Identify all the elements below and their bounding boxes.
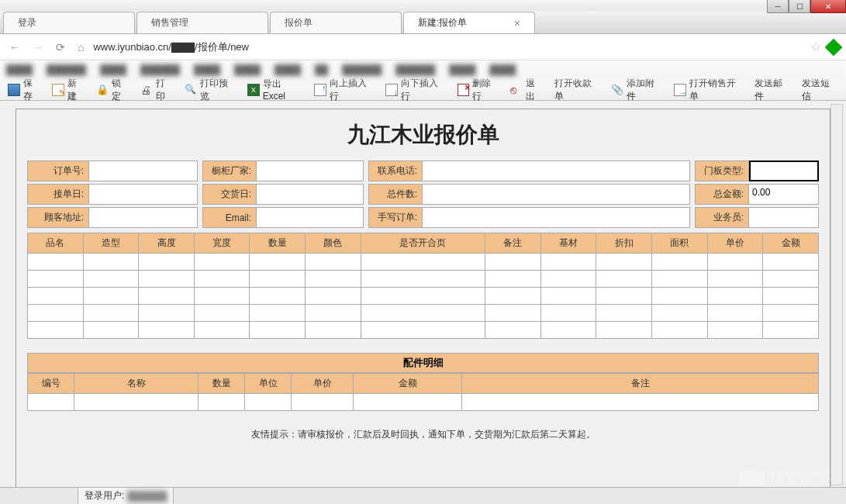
print-button[interactable]: 打印 (136, 75, 178, 105)
insert-row-above-button[interactable]: 向上插入行 (309, 75, 379, 105)
table-cell[interactable] (485, 288, 541, 305)
phone-field[interactable] (423, 161, 690, 181)
table-cell[interactable] (763, 254, 819, 271)
table-cell[interactable] (250, 254, 306, 271)
table-cell[interactable] (361, 322, 485, 339)
table-cell[interactable] (540, 254, 596, 271)
print-preview-button[interactable]: 打印预览 (180, 75, 241, 105)
table-cell[interactable] (707, 322, 763, 339)
table-cell[interactable] (652, 322, 708, 339)
table-cell[interactable] (250, 305, 306, 322)
tab-close-icon[interactable]: × (514, 18, 520, 29)
table-cell[interactable] (194, 254, 250, 271)
table-row[interactable] (28, 394, 819, 411)
table-cell[interactable] (74, 394, 199, 411)
table-cell[interactable] (250, 288, 306, 305)
table-cell[interactable] (250, 322, 306, 339)
window-close-button[interactable]: ✕ (810, 0, 846, 13)
table-cell[interactable] (83, 288, 139, 305)
table-cell[interactable] (83, 322, 139, 339)
table-cell[interactable] (361, 288, 485, 305)
table-cell[interactable] (28, 288, 84, 305)
table-cell[interactable] (361, 305, 485, 322)
table-cell[interactable] (485, 254, 541, 271)
total-qty-field[interactable] (423, 184, 690, 205)
table-cell[interactable] (139, 254, 195, 271)
table-cell[interactable] (306, 271, 361, 288)
send-sms-button[interactable]: 发送短信 (797, 75, 843, 105)
table-row[interactable] (28, 271, 819, 288)
table-cell[interactable] (652, 254, 708, 271)
table-cell[interactable] (28, 271, 84, 288)
insert-row-below-button[interactable]: 向下插入行 (381, 75, 451, 105)
delete-row-button[interactable]: 删除行 (453, 75, 505, 105)
table-row[interactable] (28, 254, 819, 271)
table-cell[interactable] (596, 305, 652, 322)
tab-sales-mgmt[interactable]: 销售管理 (136, 12, 268, 33)
export-excel-button[interactable]: 导出Excel (243, 76, 308, 103)
table-cell[interactable] (245, 394, 292, 411)
order-no-field[interactable] (89, 161, 198, 181)
table-cell[interactable] (763, 322, 819, 339)
table-cell[interactable] (306, 305, 361, 322)
customer-addr-field[interactable] (89, 207, 198, 228)
back-icon[interactable]: ← (6, 40, 23, 55)
table-cell[interactable] (139, 271, 195, 288)
table-cell[interactable] (194, 288, 250, 305)
table-cell[interactable] (652, 271, 708, 288)
forward-icon[interactable]: → (29, 40, 47, 55)
table-cell[interactable] (540, 288, 596, 305)
send-mail-button[interactable]: 发送邮件 (750, 75, 796, 105)
extension-icon[interactable] (825, 38, 843, 56)
tab-login[interactable]: 登录 (3, 12, 135, 33)
window-minimize-button[interactable]: ─ (767, 0, 789, 13)
table-cell[interactable] (361, 254, 485, 271)
table-cell[interactable] (707, 271, 763, 288)
table-cell[interactable] (540, 322, 596, 339)
table-cell[interactable] (354, 394, 462, 411)
open-sales-button[interactable]: 打开销售开单 (669, 75, 748, 105)
reload-icon[interactable]: ⟳ (53, 40, 68, 55)
save-button[interactable]: 保存 (3, 75, 46, 105)
address-input[interactable] (93, 41, 804, 53)
bookmark-star-icon[interactable]: ☆ (810, 40, 821, 54)
table-cell[interactable] (763, 305, 819, 322)
exit-button[interactable]: 退出 (506, 75, 548, 105)
table-cell[interactable] (83, 254, 139, 271)
recv-date-field[interactable] (89, 184, 198, 205)
table-cell[interactable] (199, 394, 245, 411)
handwrite-field[interactable] (423, 207, 690, 228)
lock-button[interactable]: 锁定 (92, 75, 134, 105)
table-cell[interactable] (250, 271, 306, 288)
table-cell[interactable] (361, 271, 485, 288)
table-cell[interactable] (194, 271, 250, 288)
table-row[interactable] (28, 305, 819, 322)
salesperson-field[interactable] (749, 207, 819, 228)
table-cell[interactable] (139, 305, 195, 322)
table-cell[interactable] (462, 394, 819, 411)
table-cell[interactable] (763, 288, 819, 305)
open-receipt-button[interactable]: 打开收款单 (550, 75, 605, 105)
table-cell[interactable] (652, 288, 708, 305)
table-cell[interactable] (596, 322, 652, 339)
tab-new-quote[interactable]: 新建:报价单 × (403, 12, 535, 33)
table-cell[interactable] (28, 254, 84, 271)
table-cell[interactable] (540, 305, 596, 322)
table-cell[interactable] (707, 305, 763, 322)
table-cell[interactable] (763, 271, 819, 288)
email-field[interactable] (257, 207, 364, 228)
add-attachment-button[interactable]: 添加附件 (606, 75, 668, 105)
table-cell[interactable] (28, 305, 84, 322)
table-cell[interactable] (306, 288, 361, 305)
table-row[interactable] (28, 288, 819, 305)
table-cell[interactable] (28, 322, 84, 339)
table-cell[interactable] (485, 271, 541, 288)
tab-quote[interactable]: 报价单 (270, 12, 402, 33)
panel-type-field[interactable] (749, 161, 819, 181)
table-cell[interactable] (707, 254, 763, 271)
table-cell[interactable] (485, 322, 541, 339)
main-items-table[interactable]: 品名造型高度宽度数量颜色是否开合页备注基材折扣面积单价金额 (27, 233, 819, 339)
total-amt-field[interactable] (749, 184, 819, 205)
table-cell[interactable] (28, 394, 74, 411)
table-cell[interactable] (83, 271, 139, 288)
